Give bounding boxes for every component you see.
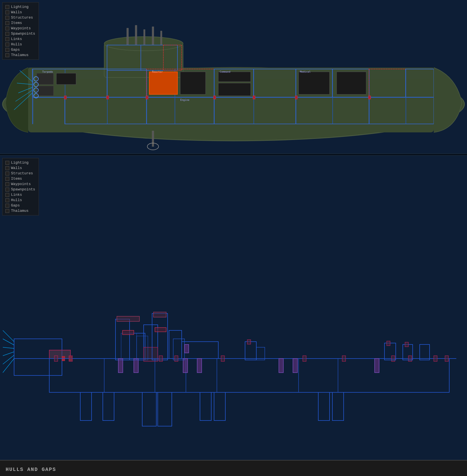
layer-item-spawnpoints[interactable]: Spawnpoints (5, 31, 36, 36)
layer-checkbox-spawnpoints[interactable] (5, 32, 9, 36)
layer-checkbox-gaps[interactable] (5, 48, 9, 52)
layer-checkbox-walls2[interactable] (5, 166, 9, 170)
svg-text:Torpedo: Torpedo (42, 70, 53, 73)
layer-checkbox-hulls2[interactable] (5, 198, 9, 202)
layer-label-walls: Walls (11, 10, 22, 14)
svg-rect-58 (146, 96, 148, 99)
layer-label-waypoints: Waypoints (11, 26, 31, 30)
layer-checkbox-links[interactable] (5, 37, 9, 41)
layer-label-thalamus2: Thalamus (11, 209, 28, 213)
svg-rect-101 (54, 356, 58, 361)
svg-rect-127 (375, 359, 379, 373)
layer-checkbox-structures2[interactable] (5, 172, 9, 175)
layer-label-gaps2: Gaps (11, 203, 20, 208)
layer-label-items: Items (11, 21, 22, 25)
svg-rect-9 (152, 27, 154, 45)
svg-rect-125 (279, 359, 283, 373)
layer-item-items[interactable]: Items (5, 20, 36, 26)
svg-rect-122 (134, 359, 138, 373)
layer-checkbox-structures[interactable] (5, 16, 9, 20)
layer-label-walls2: Walls (11, 166, 22, 170)
layer-label-structures: Structures (11, 15, 33, 20)
layer-checkbox-hulls[interactable] (5, 43, 9, 46)
layer-label-waypoints2: Waypoints (11, 182, 31, 186)
layer-item-walls[interactable]: Walls (5, 10, 36, 15)
layer-label-thalamus: Thalamus (11, 53, 28, 57)
layer-item-structures[interactable]: Structures (5, 15, 36, 20)
svg-rect-44 (149, 72, 177, 94)
layer-checkbox-spawnpoints2[interactable] (5, 188, 9, 192)
layer-checkbox-thalamus2[interactable] (5, 209, 9, 213)
svg-rect-60 (253, 96, 255, 99)
svg-rect-6 (127, 28, 128, 45)
svg-rect-110 (434, 356, 437, 361)
svg-rect-106 (303, 356, 306, 361)
svg-rect-141 (405, 342, 408, 347)
svg-rect-105 (221, 356, 224, 361)
layer-item-gaps2[interactable]: Gaps (5, 203, 36, 208)
svg-rect-123 (183, 359, 188, 373)
layer-item-hulls[interactable]: Hulls (5, 42, 36, 47)
svg-text:Medical: Medical (300, 70, 311, 73)
layer-item-thalamus[interactable]: Thalamus (5, 52, 36, 58)
layer-item-walls2[interactable]: Walls (5, 165, 36, 171)
layer-label-structures2: Structures (11, 171, 33, 175)
layer-checkbox-lighting2[interactable] (5, 161, 9, 165)
layer-checkbox-links2[interactable] (5, 193, 9, 197)
svg-rect-59 (214, 96, 216, 99)
layer-item-lighting[interactable]: Lighting (5, 4, 36, 10)
layer-item-hulls2[interactable]: Hulls (5, 197, 36, 203)
layer-checkbox-walls[interactable] (5, 10, 9, 14)
svg-rect-7 (135, 25, 137, 45)
layer-label-lighting: Lighting (11, 5, 28, 9)
svg-rect-54 (152, 131, 154, 146)
layer-checkbox-gaps2[interactable] (5, 204, 9, 208)
layer-checkbox-lighting[interactable] (5, 5, 9, 9)
layer-item-thalamus2[interactable]: Thalamus (5, 208, 36, 213)
svg-rect-42 (37, 86, 54, 96)
blueprint-view (0, 156, 467, 460)
svg-rect-133 (184, 344, 189, 353)
layer-checkbox-items[interactable] (5, 21, 9, 25)
layer-item-spawnpoints2[interactable]: Spawnpoints (5, 187, 36, 192)
layer-checkbox-waypoints[interactable] (5, 26, 9, 30)
layer-checkbox-items2[interactable] (5, 177, 9, 181)
top-panel: Lighting Walls Structures Items Waypoint… (0, 0, 467, 154)
svg-rect-8 (144, 30, 145, 45)
svg-rect-47 (218, 83, 251, 96)
svg-rect-130 (123, 330, 134, 335)
layer-item-structures2[interactable]: Structures (5, 171, 36, 176)
svg-rect-87 (117, 316, 139, 321)
svg-rect-45 (180, 72, 206, 94)
layer-panel-top: Lighting Walls Structures Items Waypoint… (2, 2, 39, 60)
svg-rect-73 (0, 156, 467, 460)
layer-item-waypoints2[interactable]: Waypoints (5, 181, 36, 187)
svg-rect-107 (342, 356, 346, 361)
svg-rect-62 (368, 96, 371, 99)
layer-item-links2[interactable]: Links (5, 192, 36, 197)
bottom-panel: Lighting Walls Structures Items Waypoint… (0, 156, 467, 460)
svg-rect-61 (295, 96, 297, 99)
layer-item-items2[interactable]: Items (5, 176, 36, 181)
svg-rect-139 (247, 340, 251, 344)
layer-checkbox-thalamus[interactable] (5, 53, 9, 57)
submarine-view: Torpedo Reactor Command Engine Medical (0, 0, 467, 154)
svg-rect-48 (299, 72, 330, 94)
layer-item-lighting2[interactable]: Lighting (5, 160, 36, 165)
layer-label-links: Links (11, 37, 22, 41)
status-text: HULLS AND GAPS (6, 467, 56, 472)
layer-item-links[interactable]: Links (5, 36, 36, 42)
svg-rect-121 (118, 359, 123, 373)
layer-panel-bottom: Lighting Walls Structures Items Waypoint… (2, 158, 39, 215)
svg-rect-109 (408, 356, 412, 361)
status-bar: HULLS AND GAPS (0, 460, 467, 476)
layer-item-waypoints[interactable]: Waypoints (5, 26, 36, 31)
svg-rect-49 (337, 72, 366, 94)
svg-rect-108 (392, 356, 395, 361)
layer-label-spawnpoints: Spawnpoints (11, 32, 35, 36)
layer-checkbox-waypoints2[interactable] (5, 182, 9, 186)
svg-rect-57 (106, 96, 109, 99)
svg-rect-91 (154, 312, 166, 317)
layer-item-gaps[interactable]: Gaps (5, 47, 36, 52)
svg-rect-111 (445, 356, 448, 361)
